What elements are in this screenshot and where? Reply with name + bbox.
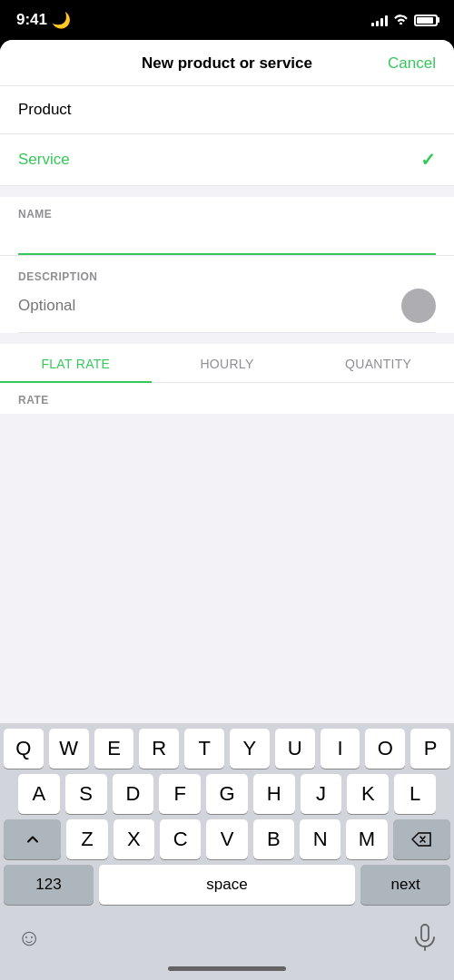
key-z[interactable]: Z	[66, 819, 107, 859]
wifi-icon	[393, 13, 409, 27]
name-input[interactable]	[18, 226, 436, 248]
keyboard: Q W E R T Y U I O P A S D F G H J K L	[0, 723, 454, 980]
content-area: Product Service ✓ NAME DESCRIPTION	[0, 86, 454, 723]
name-input-wrap	[18, 226, 436, 255]
key-m[interactable]: M	[346, 819, 387, 859]
mic-button[interactable]	[401, 289, 436, 323]
time-display: 9:41	[16, 11, 47, 29]
key-a[interactable]: A	[18, 774, 60, 814]
modal-title: New product or service	[142, 54, 312, 73]
next-key[interactable]: next	[360, 865, 450, 905]
rate-label: RATE	[0, 383, 454, 414]
name-label: NAME	[18, 208, 436, 220]
key-j[interactable]: J	[301, 774, 342, 814]
battery-icon	[414, 15, 438, 26]
key-o[interactable]: O	[365, 729, 405, 769]
tab-flat-rate[interactable]: FLAT RATE	[0, 344, 152, 382]
num-key[interactable]: 123	[4, 865, 94, 905]
tab-hourly[interactable]: HOURLY	[152, 344, 303, 382]
backspace-key[interactable]	[393, 819, 450, 859]
tab-quantity[interactable]: QUANTITY	[302, 344, 454, 382]
keyboard-accessory: ☺	[0, 910, 454, 961]
space-key[interactable]: space	[99, 865, 355, 905]
svg-rect-0	[421, 925, 429, 941]
description-input-wrap	[18, 289, 436, 333]
key-x[interactable]: X	[114, 819, 154, 859]
emoji-icon[interactable]: ☺	[9, 917, 49, 957]
key-w[interactable]: W	[49, 729, 89, 769]
key-r[interactable]: R	[139, 729, 179, 769]
moon-icon: 🌙	[52, 11, 71, 30]
signal-icon	[371, 14, 388, 26]
key-l[interactable]: L	[394, 774, 436, 814]
key-i[interactable]: I	[321, 729, 360, 769]
description-group: DESCRIPTION	[0, 255, 454, 333]
status-time: 9:41 🌙	[16, 11, 71, 30]
status-icons	[371, 13, 438, 27]
key-s[interactable]: S	[65, 774, 107, 814]
key-b[interactable]: B	[253, 819, 294, 859]
keyboard-row-bottom: 123 space next	[0, 859, 454, 910]
status-bar: 9:41 🌙	[0, 0, 454, 40]
home-bar	[168, 966, 286, 971]
type-section: Product Service ✓	[0, 86, 454, 186]
service-label: Service	[18, 151, 70, 169]
tabs-section: FLAT RATE HOURLY QUANTITY RATE	[0, 344, 454, 414]
key-u[interactable]: U	[275, 729, 315, 769]
modal-header: New product or service Cancel	[0, 40, 454, 86]
sheet: New product or service Cancel Product Se…	[0, 40, 454, 980]
fields-block: NAME DESCRIPTION	[0, 197, 454, 333]
cancel-button[interactable]: Cancel	[388, 54, 436, 73]
name-group: NAME	[0, 197, 454, 255]
product-row[interactable]: Product	[0, 86, 454, 134]
home-indicator	[0, 961, 454, 980]
product-label: Product	[18, 101, 72, 119]
check-icon: ✓	[420, 149, 436, 171]
key-p[interactable]: P	[410, 729, 450, 769]
key-k[interactable]: K	[347, 774, 389, 814]
key-d[interactable]: D	[113, 774, 154, 814]
key-h[interactable]: H	[253, 774, 295, 814]
key-n[interactable]: N	[300, 819, 340, 859]
dictation-icon[interactable]	[405, 917, 445, 957]
keyboard-row-2: A S D F G H J K L	[0, 769, 454, 814]
description-input[interactable]	[18, 297, 401, 315]
service-row[interactable]: Service ✓	[0, 134, 454, 186]
key-c[interactable]: C	[160, 819, 201, 859]
key-q[interactable]: Q	[4, 729, 44, 769]
key-e[interactable]: E	[94, 729, 134, 769]
key-t[interactable]: T	[184, 729, 224, 769]
keyboard-row-3: Z X C V B N M	[0, 814, 454, 859]
tabs-bar: FLAT RATE HOURLY QUANTITY	[0, 344, 454, 383]
key-f[interactable]: F	[159, 774, 201, 814]
shift-key[interactable]	[4, 819, 61, 859]
keyboard-row-1: Q W E R T Y U I O P	[0, 723, 454, 769]
key-g[interactable]: G	[206, 774, 248, 814]
key-y[interactable]: Y	[230, 729, 270, 769]
key-v[interactable]: V	[206, 819, 247, 859]
description-label: DESCRIPTION	[18, 270, 436, 283]
